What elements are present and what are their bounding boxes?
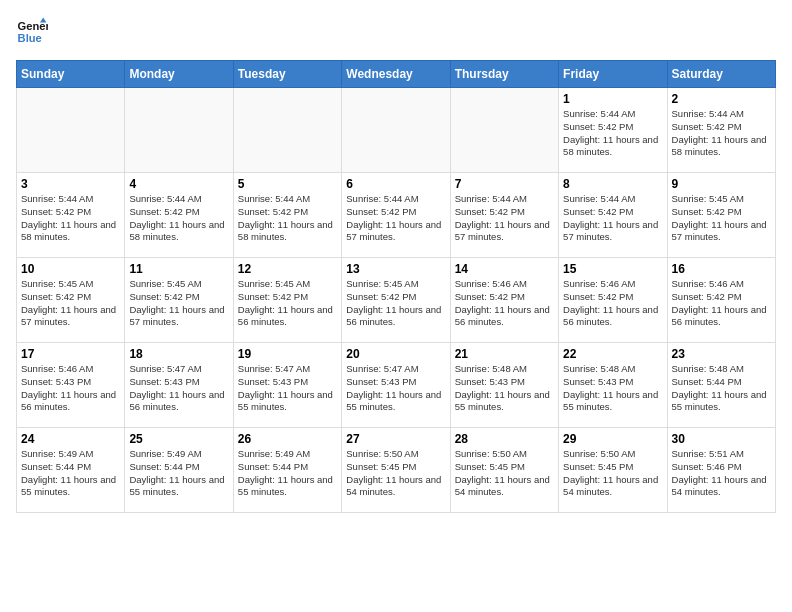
- week-row-2: 3Sunrise: 5:44 AM Sunset: 5:42 PM Daylig…: [17, 173, 776, 258]
- calendar-cell: 24Sunrise: 5:49 AM Sunset: 5:44 PM Dayli…: [17, 428, 125, 513]
- day-number: 15: [563, 262, 662, 276]
- calendar-cell: 26Sunrise: 5:49 AM Sunset: 5:44 PM Dayli…: [233, 428, 341, 513]
- day-number: 13: [346, 262, 445, 276]
- calendar-cell: 18Sunrise: 5:47 AM Sunset: 5:43 PM Dayli…: [125, 343, 233, 428]
- day-number: 22: [563, 347, 662, 361]
- day-number: 10: [21, 262, 120, 276]
- logo: General Blue: [16, 16, 48, 48]
- day-info: Sunrise: 5:44 AM Sunset: 5:42 PM Dayligh…: [563, 108, 662, 159]
- day-info: Sunrise: 5:44 AM Sunset: 5:42 PM Dayligh…: [21, 193, 120, 244]
- day-number: 4: [129, 177, 228, 191]
- day-info: Sunrise: 5:44 AM Sunset: 5:42 PM Dayligh…: [563, 193, 662, 244]
- logo-icon: General Blue: [16, 16, 48, 48]
- day-number: 5: [238, 177, 337, 191]
- calendar-cell: 17Sunrise: 5:46 AM Sunset: 5:43 PM Dayli…: [17, 343, 125, 428]
- week-row-3: 10Sunrise: 5:45 AM Sunset: 5:42 PM Dayli…: [17, 258, 776, 343]
- day-info: Sunrise: 5:50 AM Sunset: 5:45 PM Dayligh…: [455, 448, 554, 499]
- day-info: Sunrise: 5:47 AM Sunset: 5:43 PM Dayligh…: [129, 363, 228, 414]
- day-info: Sunrise: 5:44 AM Sunset: 5:42 PM Dayligh…: [238, 193, 337, 244]
- day-info: Sunrise: 5:44 AM Sunset: 5:42 PM Dayligh…: [346, 193, 445, 244]
- calendar-cell: 27Sunrise: 5:50 AM Sunset: 5:45 PM Dayli…: [342, 428, 450, 513]
- calendar-cell: 6Sunrise: 5:44 AM Sunset: 5:42 PM Daylig…: [342, 173, 450, 258]
- calendar-cell: 3Sunrise: 5:44 AM Sunset: 5:42 PM Daylig…: [17, 173, 125, 258]
- calendar-cell: 2Sunrise: 5:44 AM Sunset: 5:42 PM Daylig…: [667, 88, 775, 173]
- calendar-cell: 21Sunrise: 5:48 AM Sunset: 5:43 PM Dayli…: [450, 343, 558, 428]
- calendar-cell: [125, 88, 233, 173]
- calendar-cell: [342, 88, 450, 173]
- day-number: 30: [672, 432, 771, 446]
- day-number: 24: [21, 432, 120, 446]
- day-info: Sunrise: 5:47 AM Sunset: 5:43 PM Dayligh…: [346, 363, 445, 414]
- day-header-friday: Friday: [559, 61, 667, 88]
- calendar-cell: 5Sunrise: 5:44 AM Sunset: 5:42 PM Daylig…: [233, 173, 341, 258]
- day-info: Sunrise: 5:46 AM Sunset: 5:43 PM Dayligh…: [21, 363, 120, 414]
- day-info: Sunrise: 5:49 AM Sunset: 5:44 PM Dayligh…: [21, 448, 120, 499]
- day-info: Sunrise: 5:44 AM Sunset: 5:42 PM Dayligh…: [129, 193, 228, 244]
- calendar-cell: [233, 88, 341, 173]
- week-row-5: 24Sunrise: 5:49 AM Sunset: 5:44 PM Dayli…: [17, 428, 776, 513]
- day-info: Sunrise: 5:49 AM Sunset: 5:44 PM Dayligh…: [129, 448, 228, 499]
- calendar-cell: 22Sunrise: 5:48 AM Sunset: 5:43 PM Dayli…: [559, 343, 667, 428]
- calendar-cell: [17, 88, 125, 173]
- day-number: 18: [129, 347, 228, 361]
- calendar-cell: 1Sunrise: 5:44 AM Sunset: 5:42 PM Daylig…: [559, 88, 667, 173]
- calendar-cell: 19Sunrise: 5:47 AM Sunset: 5:43 PM Dayli…: [233, 343, 341, 428]
- day-info: Sunrise: 5:50 AM Sunset: 5:45 PM Dayligh…: [563, 448, 662, 499]
- week-row-1: 1Sunrise: 5:44 AM Sunset: 5:42 PM Daylig…: [17, 88, 776, 173]
- calendar-cell: 25Sunrise: 5:49 AM Sunset: 5:44 PM Dayli…: [125, 428, 233, 513]
- day-info: Sunrise: 5:45 AM Sunset: 5:42 PM Dayligh…: [21, 278, 120, 329]
- calendar-cell: 29Sunrise: 5:50 AM Sunset: 5:45 PM Dayli…: [559, 428, 667, 513]
- header: General Blue: [16, 16, 776, 48]
- day-info: Sunrise: 5:45 AM Sunset: 5:42 PM Dayligh…: [238, 278, 337, 329]
- day-header-thursday: Thursday: [450, 61, 558, 88]
- day-number: 28: [455, 432, 554, 446]
- day-number: 8: [563, 177, 662, 191]
- day-number: 29: [563, 432, 662, 446]
- calendar-cell: 28Sunrise: 5:50 AM Sunset: 5:45 PM Dayli…: [450, 428, 558, 513]
- day-info: Sunrise: 5:47 AM Sunset: 5:43 PM Dayligh…: [238, 363, 337, 414]
- day-info: Sunrise: 5:49 AM Sunset: 5:44 PM Dayligh…: [238, 448, 337, 499]
- day-number: 12: [238, 262, 337, 276]
- calendar-cell: [450, 88, 558, 173]
- calendar-cell: 30Sunrise: 5:51 AM Sunset: 5:46 PM Dayli…: [667, 428, 775, 513]
- day-info: Sunrise: 5:48 AM Sunset: 5:43 PM Dayligh…: [455, 363, 554, 414]
- day-info: Sunrise: 5:45 AM Sunset: 5:42 PM Dayligh…: [346, 278, 445, 329]
- day-header-saturday: Saturday: [667, 61, 775, 88]
- calendar-cell: 14Sunrise: 5:46 AM Sunset: 5:42 PM Dayli…: [450, 258, 558, 343]
- calendar-cell: 8Sunrise: 5:44 AM Sunset: 5:42 PM Daylig…: [559, 173, 667, 258]
- day-info: Sunrise: 5:50 AM Sunset: 5:45 PM Dayligh…: [346, 448, 445, 499]
- day-number: 19: [238, 347, 337, 361]
- day-number: 2: [672, 92, 771, 106]
- day-info: Sunrise: 5:44 AM Sunset: 5:42 PM Dayligh…: [455, 193, 554, 244]
- calendar-cell: 10Sunrise: 5:45 AM Sunset: 5:42 PM Dayli…: [17, 258, 125, 343]
- day-info: Sunrise: 5:51 AM Sunset: 5:46 PM Dayligh…: [672, 448, 771, 499]
- day-info: Sunrise: 5:46 AM Sunset: 5:42 PM Dayligh…: [455, 278, 554, 329]
- day-number: 9: [672, 177, 771, 191]
- day-header-wednesday: Wednesday: [342, 61, 450, 88]
- day-number: 25: [129, 432, 228, 446]
- day-number: 3: [21, 177, 120, 191]
- day-number: 14: [455, 262, 554, 276]
- calendar-cell: 4Sunrise: 5:44 AM Sunset: 5:42 PM Daylig…: [125, 173, 233, 258]
- day-header-tuesday: Tuesday: [233, 61, 341, 88]
- calendar-cell: 15Sunrise: 5:46 AM Sunset: 5:42 PM Dayli…: [559, 258, 667, 343]
- day-number: 6: [346, 177, 445, 191]
- day-info: Sunrise: 5:48 AM Sunset: 5:44 PM Dayligh…: [672, 363, 771, 414]
- calendar-cell: 13Sunrise: 5:45 AM Sunset: 5:42 PM Dayli…: [342, 258, 450, 343]
- calendar-cell: 20Sunrise: 5:47 AM Sunset: 5:43 PM Dayli…: [342, 343, 450, 428]
- day-number: 1: [563, 92, 662, 106]
- day-info: Sunrise: 5:46 AM Sunset: 5:42 PM Dayligh…: [563, 278, 662, 329]
- day-number: 26: [238, 432, 337, 446]
- day-number: 23: [672, 347, 771, 361]
- calendar-cell: 7Sunrise: 5:44 AM Sunset: 5:42 PM Daylig…: [450, 173, 558, 258]
- day-number: 16: [672, 262, 771, 276]
- day-info: Sunrise: 5:45 AM Sunset: 5:42 PM Dayligh…: [672, 193, 771, 244]
- day-number: 27: [346, 432, 445, 446]
- day-info: Sunrise: 5:46 AM Sunset: 5:42 PM Dayligh…: [672, 278, 771, 329]
- calendar-cell: 11Sunrise: 5:45 AM Sunset: 5:42 PM Dayli…: [125, 258, 233, 343]
- week-row-4: 17Sunrise: 5:46 AM Sunset: 5:43 PM Dayli…: [17, 343, 776, 428]
- calendar-cell: 12Sunrise: 5:45 AM Sunset: 5:42 PM Dayli…: [233, 258, 341, 343]
- calendar-cell: 23Sunrise: 5:48 AM Sunset: 5:44 PM Dayli…: [667, 343, 775, 428]
- day-number: 11: [129, 262, 228, 276]
- day-header-sunday: Sunday: [17, 61, 125, 88]
